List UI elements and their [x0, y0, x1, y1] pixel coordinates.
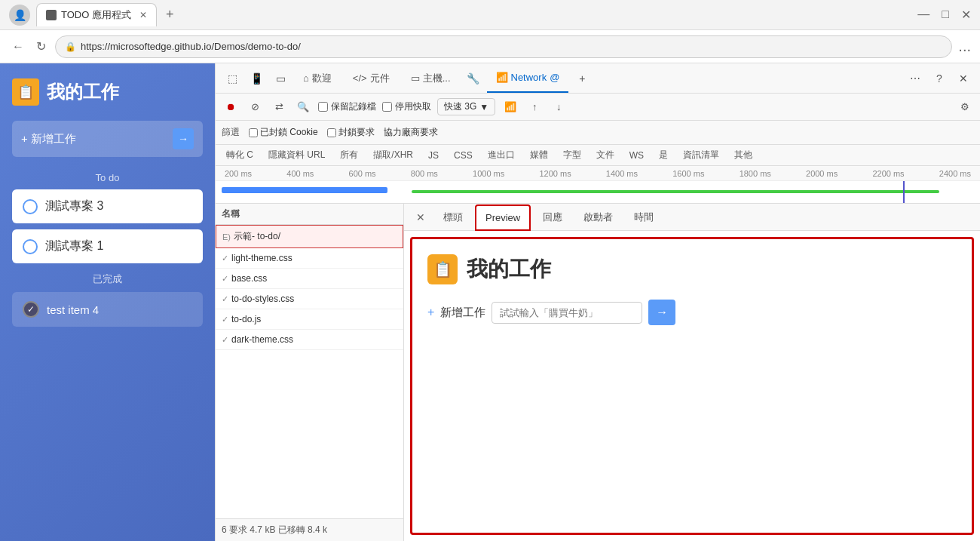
minimize-button[interactable]: — — [917, 8, 929, 22]
wifi-icon: 📶 — [496, 72, 508, 83]
block-request-checkbox[interactable]: 封鎖要求 — [327, 126, 375, 139]
close-button[interactable]: ✕ — [961, 8, 971, 22]
settings-button[interactable]: ⚙ — [956, 98, 974, 116]
preview-go-button[interactable]: → — [648, 300, 675, 325]
preserve-log-input[interactable] — [318, 102, 328, 112]
sidebar-header: 📋 我的工作 — [12, 78, 203, 106]
mark-1200: 1200 ms — [539, 169, 571, 178]
preserve-log-checkbox[interactable]: 保留記錄檔 — [318, 100, 376, 113]
device-toolbar-button[interactable]: 📱 — [246, 68, 267, 89]
response-tab-label: 回應 — [543, 211, 562, 224]
type-css[interactable]: CSS — [449, 149, 477, 162]
refresh-button[interactable]: ↻ — [33, 36, 49, 57]
filter-icon-btn[interactable]: ⇄ — [270, 98, 288, 116]
tab-title: TODO 應用程式 — [61, 8, 131, 22]
request-item-3[interactable]: ✓ to-do-styles.css — [216, 289, 403, 309]
preview-close-button[interactable]: ✕ — [410, 207, 431, 228]
inspect-element-button[interactable]: ⬚ — [222, 68, 243, 89]
search-button[interactable]: 🔍 — [294, 98, 312, 116]
preview-app-title: 我的工作 — [467, 255, 551, 284]
type-transform[interactable]: 轉化 C — [222, 147, 258, 163]
download-icon[interactable]: ↓ — [550, 98, 568, 116]
cookie-filter-checkbox[interactable]: 已封鎖 Cookie — [249, 126, 318, 139]
new-tab-button[interactable]: + — [160, 4, 180, 26]
maximize-button[interactable]: □ — [942, 8, 949, 22]
type-other[interactable]: 其他 — [730, 147, 757, 163]
tab-close-button[interactable]: ✕ — [139, 10, 147, 20]
address-bar: ← ↻ 🔒 https://microsoftedge.github.io/De… — [0, 30, 980, 63]
type-yes[interactable]: 是 — [654, 147, 672, 163]
tab-headers[interactable]: 標頭 — [434, 204, 472, 230]
timeline-marks: 200 ms 400 ms 600 ms 800 ms 1000 ms 1200… — [219, 169, 977, 178]
preview-add-label: 新增工作 — [440, 306, 485, 320]
request-item-2[interactable]: ✓ base.css — [216, 269, 403, 289]
devtools-help-button[interactable]: ? — [929, 68, 950, 89]
add-task-label: + 新增工作 — [21, 132, 76, 146]
total-size: 8.4 k — [308, 524, 327, 535]
partner-request-checkbox[interactable]: 協力廠商要求 — [384, 126, 438, 139]
request-icon-3: ✓ — [222, 294, 228, 304]
todo-item-2-text: 測試專案 1 — [45, 238, 103, 254]
type-font[interactable]: 字型 — [559, 147, 586, 163]
online-icon[interactable]: 📶 — [501, 98, 519, 116]
timeline-blue-bar — [222, 187, 387, 193]
elements-icon: </> — [353, 72, 367, 84]
browser-more-button[interactable]: ... — [958, 38, 971, 55]
tab-initiator[interactable]: 啟動者 — [574, 204, 622, 230]
request-icon-2: ✓ — [222, 274, 228, 284]
mark-1600: 1600 ms — [672, 169, 704, 178]
tab-elements-label: 元件 — [370, 72, 390, 85]
tab-welcome[interactable]: ⌂ 歡迎 — [294, 63, 341, 93]
tab-network[interactable]: 📶 Network @ — [487, 63, 569, 93]
request-item-5[interactable]: ✓ dark-theme.css — [216, 330, 403, 350]
request-name-3: to-do-styles.css — [231, 294, 294, 304]
upload-icon[interactable]: ↑ — [525, 98, 544, 116]
record-button[interactable]: ⏺ — [222, 98, 240, 116]
type-media[interactable]: 媒體 — [525, 147, 553, 163]
disable-cache-input[interactable] — [382, 102, 392, 112]
disable-cache-checkbox[interactable]: 停用快取 — [382, 100, 431, 113]
tab-preview[interactable]: Preview — [475, 204, 531, 231]
cookie-filter-input[interactable] — [249, 128, 258, 137]
request-item-4[interactable]: ✓ to-do.js — [216, 309, 403, 330]
tab-timing[interactable]: 時間 — [625, 204, 663, 230]
request-item-1[interactable]: ✓ light-theme.css — [216, 248, 403, 269]
type-xhr[interactable]: 擷取/XHR — [369, 147, 418, 163]
add-tab-button[interactable]: + — [571, 68, 593, 89]
active-tab[interactable]: TODO 應用程式 ✕ — [36, 3, 157, 26]
device-icon[interactable]: ▭ — [270, 68, 291, 89]
todo-circle-icon — [23, 239, 38, 254]
headers-tab-label: 標頭 — [443, 211, 463, 224]
block-request-input[interactable] — [327, 128, 336, 137]
app-title: 我的工作 — [47, 80, 119, 104]
completed-item-1[interactable]: ✓ test item 4 — [12, 292, 203, 327]
home-icon: ⌂ — [303, 72, 309, 84]
preview-add-input[interactable] — [492, 302, 642, 324]
clear-button[interactable]: ⊘ — [246, 98, 264, 116]
tab-elements[interactable]: </> 元件 — [344, 63, 399, 93]
type-hide-data[interactable]: 隱藏資料 URL — [264, 147, 329, 163]
type-filter-bar: 轉化 C 隱藏資料 URL 所有 擷取/XHR JS CSS 進出口 媒體 字型… — [216, 145, 980, 166]
address-input[interactable]: 🔒 https://microsoftedge.github.io/Demos/… — [55, 35, 952, 58]
type-manifest[interactable]: 資訊清單 — [678, 147, 724, 163]
add-task-button[interactable]: + 新增工作 → — [12, 121, 203, 157]
back-button[interactable]: ← — [9, 37, 27, 57]
speed-selector[interactable]: 快速 3G ▼ — [437, 98, 495, 115]
preview-content-area: 📋 我的工作 + 新增工作 → — [410, 237, 974, 535]
mark-2000: 2000 ms — [806, 169, 838, 178]
type-export[interactable]: 進出口 — [483, 147, 519, 163]
type-doc[interactable]: 文件 — [592, 147, 619, 163]
type-ws[interactable]: WS — [625, 149, 648, 162]
todo-item-1[interactable]: 測試專案 3 — [12, 189, 203, 223]
type-all[interactable]: 所有 — [335, 147, 363, 163]
tab-sources[interactable]: ▭ 主機... — [402, 63, 460, 93]
todo-item-2[interactable]: 測試專案 1 — [12, 229, 203, 263]
mark-800: 800 ms — [411, 169, 438, 178]
type-js[interactable]: JS — [424, 149, 443, 162]
performance-icon[interactable]: 🔧 — [463, 68, 484, 89]
request-item-0[interactable]: E) 示範- to-do/ — [216, 225, 403, 248]
tab-response[interactable]: 回應 — [534, 204, 571, 230]
preserve-log-label: 保留記錄檔 — [331, 100, 376, 113]
devtools-close-button[interactable]: ✕ — [953, 68, 974, 89]
devtools-overflow-button[interactable]: ⋯ — [905, 68, 926, 89]
